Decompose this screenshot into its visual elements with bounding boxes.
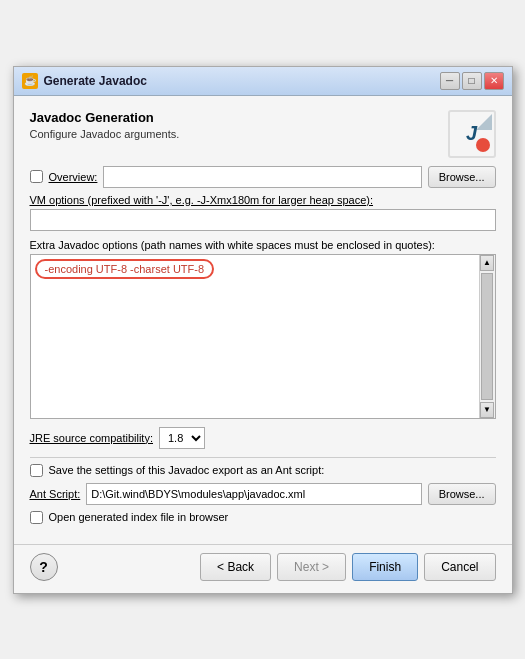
dialog-title: Generate Javadoc [44,74,147,88]
header-area: Javadoc Generation Configure Javadoc arg… [30,110,496,158]
logo-letter: J [466,122,477,145]
vertical-scrollbar[interactable]: ▲ ▼ [479,255,495,418]
close-button[interactable]: ✕ [484,72,504,90]
generate-javadoc-dialog: ☕ Generate Javadoc ─ □ ✕ Javadoc Generat… [13,66,513,594]
scroll-down-arrow[interactable]: ▼ [480,402,494,418]
separator-1 [30,457,496,458]
extra-options-textarea[interactable] [31,255,479,418]
save-settings-checkbox[interactable] [30,464,43,477]
vm-options-input[interactable] [30,209,496,231]
overview-input[interactable] [103,166,421,188]
title-bar: ☕ Generate Javadoc ─ □ ✕ [14,67,512,96]
ant-script-row: Ant Script: Browse... [30,483,496,505]
cancel-button[interactable]: Cancel [424,553,495,581]
minimize-button[interactable]: ─ [440,72,460,90]
section-subtitle: Configure Javadoc arguments. [30,128,180,140]
dialog-icon: ☕ [22,73,38,89]
jre-select[interactable]: 1.8 1.5 1.6 1.7 1.9 11 [159,427,205,449]
overview-row: Overview: Browse... [30,166,496,188]
save-settings-label: Save the settings of this Javadoc export… [49,464,325,476]
scroll-up-arrow[interactable]: ▲ [480,255,494,271]
next-button[interactable]: Next > [277,553,346,581]
extra-options-label: Extra Javadoc options (path names with w… [30,239,496,251]
open-index-checkbox[interactable] [30,511,43,524]
finish-button[interactable]: Finish [352,553,418,581]
section-title: Javadoc Generation [30,110,180,125]
save-settings-row: Save the settings of this Javadoc export… [30,464,496,477]
extra-options-section: Extra Javadoc options (path names with w… [30,239,496,419]
overview-checkbox[interactable] [30,170,43,183]
svg-marker-0 [476,114,492,130]
ant-script-input[interactable] [86,483,421,505]
javadoc-logo: J [448,110,496,158]
vm-options-row: VM options (prefixed with '-J', e.g. -J-… [30,194,496,231]
header-text: Javadoc Generation Configure Javadoc arg… [30,110,180,150]
jre-row: JRE source compatibility: 1.8 1.5 1.6 1.… [30,427,496,449]
overview-label: Overview: [49,171,98,183]
extra-options-container: ▲ ▼ -encoding UTF-8 -charset UTF-8 [30,254,496,419]
overview-browse-button[interactable]: Browse... [428,166,496,188]
scroll-thumb[interactable] [481,273,493,400]
help-button[interactable]: ? [30,553,58,581]
vm-options-label: VM options (prefixed with '-J', e.g. -J-… [30,194,496,206]
title-bar-left: ☕ Generate Javadoc [22,73,147,89]
ant-script-label: Ant Script: [30,488,81,500]
jre-label: JRE source compatibility: [30,432,154,444]
maximize-button[interactable]: □ [462,72,482,90]
button-bar: ? < Back Next > Finish Cancel [14,544,512,593]
open-index-label: Open generated index file in browser [49,511,229,523]
window-controls: ─ □ ✕ [440,72,504,90]
back-button[interactable]: < Back [200,553,271,581]
navigation-buttons: < Back Next > Finish Cancel [200,553,495,581]
dialog-body: Javadoc Generation Configure Javadoc arg… [14,96,512,544]
ant-browse-button[interactable]: Browse... [428,483,496,505]
open-index-row: Open generated index file in browser [30,511,496,524]
logo-arrow-icon [476,114,492,130]
